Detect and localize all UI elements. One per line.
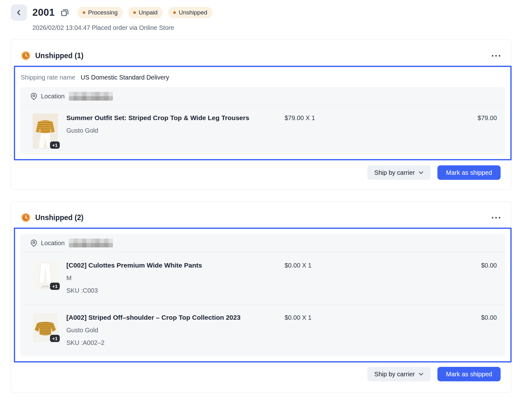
line-item-info: [C002] Culottes Premium Wide White Pants… [66,261,285,295]
more-actions-button[interactable] [491,214,502,221]
status-dot-icon [173,11,176,14]
order-placed-timestamp: 2026/02/02 13:04:47 Placed order via Onl… [32,24,213,31]
product-thumbnail: +1 [33,313,58,342]
status-badges: Processing Unpaid Unshipped [77,7,213,18]
fulfillment-actions: Ship by carrier Mark as shipped [11,160,511,190]
line-item-variant: Gusto Gold [66,326,277,334]
status-badge-label: Unshipped [179,9,207,16]
line-item: +1 [C002] Culottes Premium Wide White Pa… [20,252,505,304]
status-badge-unpaid: Unpaid [128,7,163,18]
line-item-total: $0.00 [481,261,497,270]
thumbnail-overflow-badge: +1 [50,283,60,290]
order-header: 2001 Processing [11,4,511,31]
location-row: Location [20,234,505,252]
map-pin-icon [30,92,37,100]
ship-by-carrier-label: Ship by carrier [374,371,415,378]
fulfillment-card-1: Unshipped (1) Shipping rate name US Dome… [11,40,511,190]
chevron-down-icon [418,170,424,175]
order-detail-page: 2001 Processing [0,0,522,392]
location-redacted-blur [69,239,113,247]
location-row: Location [20,87,505,105]
thumbnail-overflow-badge: +1 [50,141,60,149]
fulfillment-card-header: Unshipped (2) [11,202,511,228]
line-item-title: [C002] Culottes Premium Wide White Pants [66,261,277,269]
fulfillment-highlight-box: Shipping rate name US Domestic Standard … [14,66,512,160]
shipping-rate-value: US Domestic Standard Delivery [81,74,169,81]
line-item-total: $0.00 [481,313,497,322]
map-pin-icon [30,239,37,247]
mark-as-shipped-button[interactable]: Mark as shipped [437,165,501,180]
location-panel: Location [20,234,505,356]
shipping-rate-label: Shipping rate name [21,74,75,81]
product-thumbnail: +1 [33,113,58,149]
line-item-unit-price: $79.00 X 1 [285,113,478,122]
order-number: 2001 [32,7,55,18]
line-item-variant: Gusto Gold [66,126,277,135]
line-item-title: Summer Outfit Set: Striped Crop Top & Wi… [66,113,277,122]
status-dot-icon [133,11,136,14]
thumbnail-overflow-badge: +1 [50,335,60,342]
fulfillment-actions: Ship by carrier Mark as shipped [11,362,511,392]
back-button[interactable] [11,4,27,21]
more-actions-button[interactable] [491,52,502,59]
line-item-sku: SKU :A002–2 [66,339,277,347]
status-badge-label: Processing [88,9,118,16]
copy-order-number-button[interactable] [60,8,69,17]
chevron-left-icon [15,8,23,17]
mark-as-shipped-button[interactable]: Mark as shipped [437,367,501,381]
status-badge-unshipped: Unshipped [168,7,213,18]
line-item-variant: M [66,274,277,282]
ship-by-carrier-label: Ship by carrier [374,169,415,176]
location-label: Location [41,240,65,247]
line-item-info: Summer Outfit Set: Striped Crop Top & Wi… [66,113,285,135]
line-item: +1 [A002] Striped Off–shoulder – Crop To… [20,304,505,356]
line-item-total: $79.00 [478,113,497,122]
location-redacted-blur [69,92,113,101]
copy-icon [60,8,69,17]
line-item-title: [A002] Striped Off–shoulder – Crop Top C… [66,313,277,322]
status-badge-label: Unpaid [139,9,158,16]
line-item-sku: SKU :C003 [66,286,277,295]
line-item-unit-price: $0.00 X 1 [285,313,481,322]
line-item: +1 Summer Outfit Set: Striped Crop Top &… [20,105,505,154]
unshipped-clock-icon [21,213,31,223]
location-panel: Location [20,87,505,154]
product-thumbnail: +1 [33,261,58,290]
ship-by-carrier-button[interactable]: Ship by carrier [367,367,431,381]
line-item-info: [A002] Striped Off–shoulder – Crop Top C… [66,313,285,347]
chevron-down-icon [418,371,424,377]
unshipped-clock-icon [21,51,31,61]
fulfillment-card-title: Unshipped (1) [35,52,83,60]
shipping-rate-row: Shipping rate name US Domestic Standard … [20,67,505,87]
status-badge-processing: Processing [77,7,123,18]
line-item-unit-price: $0.00 X 1 [285,261,481,270]
location-label: Location [41,93,65,100]
fulfillment-card-title: Unshipped (2) [35,213,83,222]
fulfillment-card-header: Unshipped (1) [11,40,511,66]
ship-by-carrier-button[interactable]: Ship by carrier [367,165,431,180]
fulfillment-highlight-box: Location [14,228,512,362]
status-dot-icon [83,11,85,14]
fulfillment-card-2: Unshipped (2) Location [11,202,511,392]
